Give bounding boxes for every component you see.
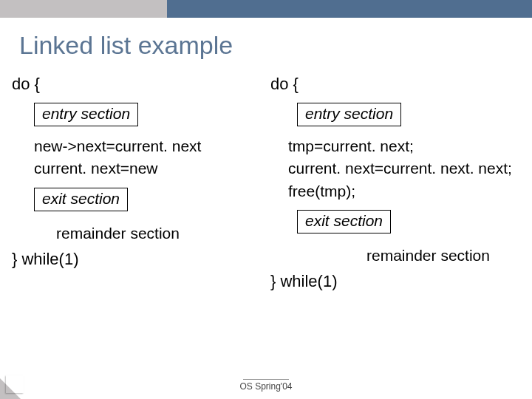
do-close-left: } while(1) (12, 250, 259, 269)
code-line: current. next=current. next. next; (288, 157, 517, 180)
footer-divider (243, 379, 289, 380)
entry-section-right: entry section (297, 103, 401, 126)
content-area: do { entry section new->next=current. ne… (0, 75, 532, 291)
entry-section-left: entry section (34, 103, 138, 126)
code-block-left: new->next=current. next current. next=ne… (34, 135, 259, 180)
do-open-left: do { (12, 75, 259, 94)
code-line: tmp=current. next; (288, 135, 517, 157)
slide-title: Linked list example (19, 31, 532, 60)
code-line: new->next=current. next (34, 135, 259, 157)
remainder-left: remainder section (56, 225, 259, 242)
footer-text: OS Spring'04 (240, 381, 293, 392)
exit-section-left: exit section (34, 188, 128, 211)
remainder-right: remainder section (366, 247, 517, 265)
top-bar (0, 0, 532, 18)
right-column: do { entry section tmp=current. next; cu… (269, 75, 522, 291)
code-block-right: tmp=current. next; current. next=current… (288, 135, 517, 202)
page-curl-icon (0, 378, 21, 399)
do-open-right: do { (270, 75, 517, 94)
exit-section-right: exit section (297, 210, 391, 233)
top-bar-accent (167, 0, 532, 18)
do-close-right: } while(1) (270, 272, 517, 291)
code-line: free(tmp); (288, 180, 517, 202)
footer: OS Spring'04 (0, 379, 532, 392)
left-column: do { entry section new->next=current. ne… (7, 75, 269, 291)
code-line: current. next=new (34, 157, 259, 180)
